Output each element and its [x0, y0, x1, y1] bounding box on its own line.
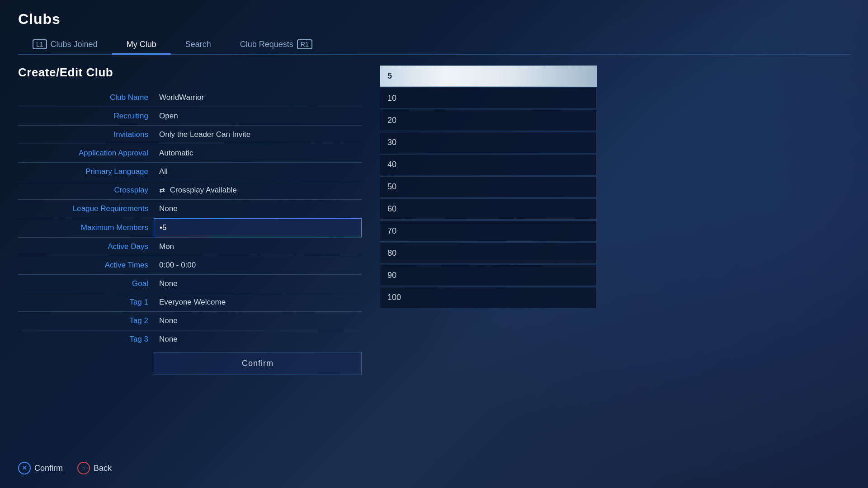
value-goal[interactable]: None [154, 275, 362, 293]
l1-badge: L1 [33, 39, 47, 49]
back-control: ○ Back [77, 462, 112, 474]
dropdown-item-100[interactable]: 100 [380, 287, 597, 308]
label-crossplay: Crossplay [18, 181, 154, 199]
field-club-name: Club Name WorldWarrior [18, 89, 362, 107]
form-section: Create/Edit Club Club Name WorldWarrior … [18, 66, 362, 375]
page-title: Clubs [18, 11, 850, 28]
label-tag3: Tag 3 [18, 330, 154, 348]
dropdown-item-10[interactable]: 10 [380, 88, 597, 109]
value-maximum-members[interactable]: •5 [154, 218, 362, 237]
label-application-approval: Application Approval [18, 144, 154, 162]
label-goal: Goal [18, 275, 154, 293]
crossplay-text: Crossplay Available [170, 186, 237, 194]
tab-club-requests-label: Club Requests [240, 40, 293, 49]
value-crossplay[interactable]: ⇄ Crossplay Available [154, 181, 362, 199]
label-active-times: Active Times [18, 256, 154, 274]
confirm-control: ✕ Confirm [18, 462, 63, 474]
confirm-button[interactable]: Confirm [154, 352, 362, 375]
dropdown-item-40[interactable]: 40 [380, 154, 597, 175]
value-active-times[interactable]: 0:00 - 0:00 [154, 256, 362, 274]
dropdown-section: 5 10 20 30 40 50 60 70 80 90 100 [380, 66, 597, 308]
field-league-requirements: League Requirements None [18, 200, 362, 218]
field-invitations: Invitations Only the Leader Can Invite [18, 126, 362, 144]
tab-clubs-joined[interactable]: L1 Clubs Joined [18, 35, 112, 54]
field-tag1: Tag 1 Everyone Welcome [18, 293, 362, 312]
dropdown-item-20[interactable]: 20 [380, 110, 597, 131]
members-dropdown-list: 5 10 20 30 40 50 60 70 80 90 100 [380, 66, 597, 308]
field-recruiting: Recruiting Open [18, 107, 362, 126]
value-invitations[interactable]: Only the Leader Can Invite [154, 126, 362, 144]
value-tag3[interactable]: None [154, 330, 362, 348]
label-club-name: Club Name [18, 89, 154, 107]
tab-my-club[interactable]: My Club [112, 35, 171, 54]
value-tag2[interactable]: None [154, 312, 362, 330]
tab-search-label: Search [185, 40, 211, 49]
field-tag3: Tag 3 None [18, 330, 362, 348]
dropdown-item-50[interactable]: 50 [380, 176, 597, 197]
dropdown-item-30[interactable]: 30 [380, 132, 597, 153]
crossplay-icon: ⇄ [159, 186, 165, 194]
dropdown-item-80[interactable]: 80 [380, 243, 597, 264]
dropdown-item-60[interactable]: 60 [380, 198, 597, 220]
field-primary-language: Primary Language All [18, 163, 362, 181]
value-application-approval[interactable]: Automatic [154, 144, 362, 162]
dropdown-item-90[interactable]: 90 [380, 265, 597, 286]
label-tag1: Tag 1 [18, 293, 154, 311]
field-goal: Goal None [18, 275, 362, 293]
dropdown-item-70[interactable]: 70 [380, 221, 597, 242]
field-application-approval: Application Approval Automatic [18, 144, 362, 163]
value-club-name[interactable]: WorldWarrior [154, 89, 362, 107]
label-league-requirements: League Requirements [18, 200, 154, 218]
tab-clubs-joined-label: Clubs Joined [51, 40, 98, 49]
tab-my-club-label: My Club [127, 40, 156, 49]
bottom-controls: ✕ Confirm ○ Back [18, 462, 112, 474]
dropdown-item-5[interactable]: 5 [380, 66, 597, 87]
value-active-days[interactable]: Mon [154, 238, 362, 256]
back-control-label: Back [94, 464, 112, 473]
value-primary-language[interactable]: All [154, 163, 362, 181]
value-league-requirements[interactable]: None [154, 200, 362, 218]
form-title: Create/Edit Club [18, 66, 362, 80]
field-active-times: Active Times 0:00 - 0:00 [18, 256, 362, 275]
confirm-control-label: Confirm [34, 464, 63, 473]
label-invitations: Invitations [18, 126, 154, 144]
field-active-days: Active Days Mon [18, 238, 362, 256]
r1-badge: R1 [297, 39, 312, 49]
main-layout: Create/Edit Club Club Name WorldWarrior … [18, 66, 850, 375]
label-tag2: Tag 2 [18, 312, 154, 330]
label-primary-language: Primary Language [18, 163, 154, 181]
tab-search[interactable]: Search [171, 35, 226, 54]
value-tag1[interactable]: Everyone Welcome [154, 293, 362, 311]
field-maximum-members: Maximum Members •5 [18, 218, 362, 238]
value-recruiting[interactable]: Open [154, 107, 362, 125]
cross-button-icon: ✕ [18, 462, 31, 474]
field-tag2: Tag 2 None [18, 312, 362, 330]
tab-bar: L1 Clubs Joined My Club Search Club Requ… [18, 35, 850, 55]
field-crossplay: Crossplay ⇄ Crossplay Available [18, 181, 362, 200]
label-active-days: Active Days [18, 238, 154, 256]
tab-club-requests[interactable]: Club Requests R1 [226, 35, 327, 54]
label-maximum-members: Maximum Members [18, 219, 154, 237]
label-recruiting: Recruiting [18, 107, 154, 125]
circle-button-icon: ○ [77, 462, 90, 474]
